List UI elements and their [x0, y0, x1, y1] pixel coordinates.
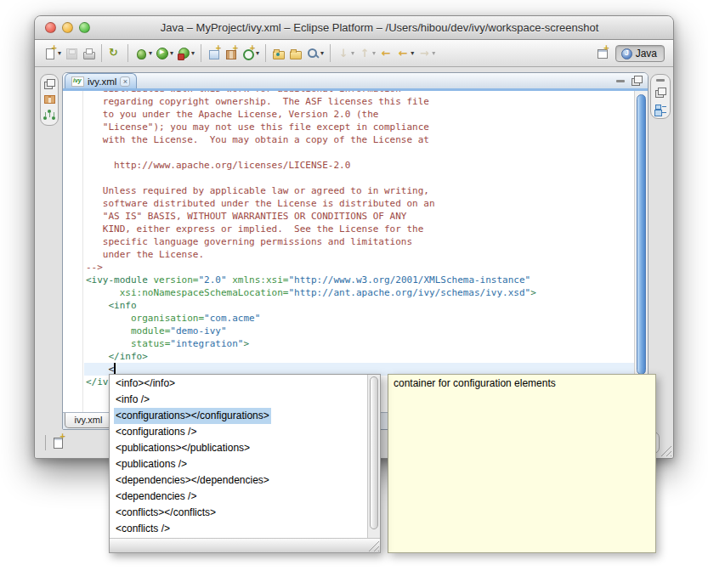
minimize-icon[interactable] [656, 79, 665, 82]
dropdown-arrow-icon[interactable]: ▾ [372, 49, 376, 57]
external-tools-button[interactable]: ▾ [175, 45, 196, 62]
code-line: --> [86, 261, 536, 274]
code-line: <info [86, 299, 536, 312]
code-line: status="integration"> [86, 337, 536, 350]
zoom-window-icon[interactable] [79, 22, 90, 33]
dropdown-arrow-icon[interactable]: ▾ [351, 49, 354, 57]
code-line [86, 172, 536, 184]
arrow-left-sparkle-icon: ← [379, 47, 393, 60]
run-icon [156, 47, 169, 60]
code-line: with the License. You may obtain a copy … [86, 133, 536, 146]
new-java-project-button[interactable] [206, 45, 223, 62]
toolbar-separator [201, 44, 201, 62]
debug-button[interactable]: ▾ [133, 45, 154, 62]
fast-view-icon[interactable] [52, 435, 65, 449]
completion-item[interactable]: <conflicts></conflicts> [110, 505, 367, 521]
dropdown-arrow-icon[interactable]: ▾ [256, 49, 259, 57]
code-line: specific language governing permissions … [86, 235, 536, 248]
dropdown-arrow-icon[interactable]: ▾ [411, 49, 414, 57]
save-icon [65, 47, 78, 60]
code-line: software distributed under the License i… [86, 197, 536, 210]
close-window-icon[interactable] [45, 22, 56, 33]
dropdown-arrow-icon[interactable]: ▾ [432, 49, 435, 57]
run-button[interactable]: ▾ [154, 45, 175, 62]
close-tab-icon[interactable]: × [120, 76, 130, 87]
dropdown-arrow-icon[interactable]: ▾ [320, 49, 324, 57]
last-edit-location-button[interactable]: ← [377, 45, 394, 62]
package-explorer-icon[interactable] [44, 95, 55, 104]
dropdown-arrow-icon[interactable]: ▾ [58, 49, 61, 57]
editor-tab-label: ivy.xml [88, 76, 116, 87]
completion-item[interactable]: <configurations></configurations> [110, 408, 367, 424]
code-line: regarding copyright ownership. The ASF l… [86, 95, 536, 108]
popup-scrollbar[interactable] [367, 375, 380, 538]
completion-item[interactable]: <dependencies /> [110, 489, 367, 505]
completion-item[interactable]: <dependencies></dependencies> [110, 472, 367, 489]
editor-scrollbar[interactable]: ▲ ▼ [634, 91, 648, 414]
code-line: "AS IS" BASIS, WITHOUT WARRANTIES OR CON… [86, 210, 536, 223]
completion-item[interactable]: <configurations /> [110, 424, 367, 440]
new-button[interactable]: ▾ [42, 45, 63, 62]
open-type-button[interactable] [270, 45, 287, 62]
dropdown-arrow-icon[interactable]: ▾ [170, 49, 173, 57]
refresh-icon [108, 47, 122, 60]
annotation-ruler[interactable] [63, 91, 83, 414]
left-fast-view-bar [40, 74, 59, 126]
popup-scrollbar-thumb[interactable] [370, 376, 378, 529]
window-resize-grip[interactable] [660, 444, 671, 456]
popup-resize-grip[interactable] [367, 540, 379, 551]
search-button[interactable]: ▾ [304, 45, 326, 62]
new-class-button[interactable]: ▾ [240, 45, 261, 62]
outline-icon[interactable] [655, 104, 666, 114]
content-assist-popup: <info></info><info /><configurations></c… [109, 374, 381, 553]
new-wizard-icon [43, 47, 57, 60]
popup-bottom-strip [110, 538, 380, 552]
back-button[interactable]: ←▾ [394, 45, 416, 62]
previous-annotation-button[interactable]: ↑▾ [356, 45, 377, 62]
new-project-icon [207, 47, 221, 60]
scrollbar-thumb[interactable] [637, 94, 646, 375]
completion-info-tooltip: container for configuration elements [388, 374, 656, 553]
minimize-window-icon[interactable] [62, 22, 73, 33]
completion-item[interactable]: <conflicts /> [110, 521, 367, 537]
code-line: </info> [86, 350, 536, 363]
completion-item[interactable]: <info /> [110, 392, 367, 408]
print-button[interactable] [80, 45, 97, 62]
java-perspective-button[interactable]: Java [615, 45, 665, 62]
minimize-editor-icon[interactable] [616, 80, 625, 82]
code-line: under the License. [86, 248, 536, 261]
toolbar-items: ▾▾▾▾▾▾↓▾↑▾←←▾→▾ [42, 44, 437, 62]
title-bar[interactable]: Java – MyProject/ivy.xml – Eclipse Platf… [35, 16, 673, 40]
maximize-editor-icon[interactable] [632, 76, 643, 86]
code-line: "License"); you may not use this file ex… [86, 121, 536, 133]
forward-button[interactable]: →▾ [416, 45, 437, 62]
completion-item[interactable]: <info></info> [110, 376, 367, 392]
next-annotation-button[interactable]: ↓▾ [335, 45, 356, 62]
editor-content[interactable]: distributed with this work for additiona… [63, 91, 648, 414]
open-perspective-icon[interactable] [596, 47, 609, 60]
dropdown-arrow-icon[interactable]: ▾ [149, 49, 152, 57]
open-resource-button[interactable] [287, 45, 304, 62]
restore-icon[interactable] [655, 88, 666, 98]
completion-item[interactable]: <publications></publications> [110, 440, 367, 456]
type-hierarchy-icon[interactable] [43, 110, 55, 121]
completion-item[interactable]: <publications /> [110, 456, 367, 472]
completion-list: <info></info><info /><configurations></c… [110, 375, 367, 538]
editor-page-tab[interactable]: ivy.xml [65, 413, 112, 428]
restore-icon[interactable] [44, 79, 55, 89]
right-fast-view-bar [650, 74, 671, 119]
save-button[interactable] [63, 45, 80, 62]
code-editor[interactable]: distributed with this work for additiona… [86, 91, 536, 388]
arrow-up-icon: ↑ [358, 47, 371, 60]
dropdown-arrow-icon[interactable]: ▾ [191, 49, 195, 57]
search-icon [306, 47, 320, 60]
print-icon [82, 47, 95, 60]
perspective-switcher: Java [596, 45, 665, 62]
code-line: KIND, either express or implied. See the… [86, 223, 536, 235]
main-toolbar: ▾▾▾▾▾▾↓▾↑▾←←▾→▾ Java [35, 40, 673, 67]
editor-tab-ivy-xml[interactable]: ivy.xml × [65, 73, 137, 88]
new-package-button[interactable] [223, 45, 240, 62]
status-separator [45, 435, 46, 450]
ivy-resolve-button[interactable] [106, 45, 123, 62]
new-package-icon [224, 47, 238, 60]
